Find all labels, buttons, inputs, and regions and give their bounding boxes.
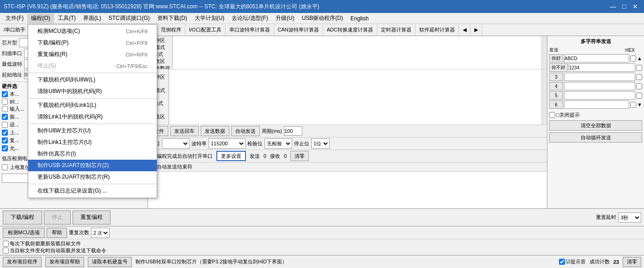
multi-send-input-1[interactable] xyxy=(564,54,629,62)
clear-stat-btn[interactable]: 清零 xyxy=(290,151,309,161)
menu-usb-driver[interactable]: USB驱动程序(D) xyxy=(298,13,347,23)
auto-open-label: 编程完成后自动打开串口 xyxy=(150,153,213,160)
stop-select[interactable]: 1位 xyxy=(311,138,330,149)
maximize-button[interactable]: □ xyxy=(619,1,629,12)
send-data-btn[interactable]: 发送数据 xyxy=(201,126,229,136)
baud-select[interactable]: 115200 xyxy=(209,138,245,149)
menu-program[interactable]: 编程(O) xyxy=(27,13,54,23)
publish-prog-btn[interactable]: 发布项目程序 xyxy=(3,257,42,267)
dropdown-link1-clear[interactable]: 清除Link1中的脱机代码(R) xyxy=(28,111,157,123)
prompt-sound-cb[interactable] xyxy=(559,259,565,265)
hw-cb-osc[interactable] xyxy=(2,114,8,120)
menu-forum[interactable]: 去论坛/选型(F) xyxy=(228,13,272,23)
hw-cb-reset[interactable] xyxy=(2,137,8,143)
hw-cb-set[interactable] xyxy=(2,122,8,128)
close-button[interactable]: ✕ xyxy=(630,1,640,12)
menu-interface[interactable]: 界面(L) xyxy=(80,13,105,23)
watchdog-cb[interactable] xyxy=(2,164,8,170)
dropdown-link1-dl[interactable]: 下载脱机代码到Link1(L) xyxy=(28,100,157,111)
help-btn[interactable]: 帮助 xyxy=(47,228,67,238)
dropdown-make-usb-uart[interactable]: 制作USB-2UART控制芯片(2) xyxy=(28,160,157,171)
download-program-btn[interactable]: 下载/编程 xyxy=(3,211,42,224)
menu-download[interactable]: 资料下载(D) xyxy=(153,13,191,23)
tab-scroll-right[interactable]: ▶ xyxy=(471,24,482,36)
dropdown-reprogram[interactable]: 重复编程(R) Ctrl+R/F6 xyxy=(28,49,157,60)
delay-select[interactable]: 3秒 xyxy=(618,212,641,223)
tab-baud-calc[interactable]: 串口波特率计算器 xyxy=(226,24,274,36)
clear-all-btn[interactable]: 清空全部数据 xyxy=(549,120,642,131)
stop-btn[interactable]: 停止 xyxy=(44,211,71,224)
send-btn-3[interactable]: 3 xyxy=(549,73,563,81)
dropdown-make-u8w[interactable]: 制作U8W主控芯片(U) xyxy=(28,125,157,137)
hw-cb-ir[interactable] xyxy=(2,99,8,105)
log-textarea[interactable] xyxy=(148,172,547,208)
port-select2[interactable] xyxy=(162,138,190,149)
auto-send-btn[interactable]: 自动发送 xyxy=(231,126,260,136)
tab-adc-calc[interactable]: ADC转换速度计算器 xyxy=(323,24,377,36)
auto-load-cb[interactable] xyxy=(3,241,9,247)
multi-send-scroll-1: ▲ xyxy=(637,56,642,61)
dropdown-detect-mcu[interactable]: 检测MCU选项(C) Ctrl+K/F8 xyxy=(28,25,157,37)
menu-file[interactable]: 文件(F) xyxy=(2,13,27,23)
send-btn-6[interactable]: 6 xyxy=(549,100,563,109)
receive-textarea[interactable] xyxy=(172,36,541,69)
dropdown-u8w-clear[interactable]: 清除U8W中的脱机代码(R) xyxy=(28,86,157,97)
send-btn-2[interactable]: 你不好 xyxy=(549,63,568,72)
more-settings-btn[interactable]: 更多设置 xyxy=(216,151,246,161)
menu-upgrade[interactable]: 升级(U) xyxy=(272,13,298,23)
dropdown-log-settings[interactable]: 在线下载日志记录设置(G) ... xyxy=(28,185,157,197)
multi-send-input-2[interactable] xyxy=(569,63,635,72)
send-enter-btn[interactable]: 发送回车 xyxy=(170,126,199,136)
check-mcu-btn[interactable]: 检测MCU选项 xyxy=(3,228,45,238)
send-btn-4[interactable]: 4 xyxy=(549,82,563,90)
tab-serial[interactable]: /串口助手 xyxy=(0,24,30,36)
multi-send-input-6[interactable] xyxy=(564,100,629,109)
multi-send-input-5[interactable] xyxy=(564,91,635,100)
multi-send-input-4[interactable] xyxy=(564,82,635,90)
dropdown-update-usb-uart[interactable]: 更新USB-2UART控制芯片(R) xyxy=(28,171,157,183)
read-machine-btn[interactable]: 读取本机硬盘号 xyxy=(88,257,132,267)
hw-cb-up[interactable] xyxy=(2,130,8,136)
auto-send-cb[interactable] xyxy=(3,248,9,254)
multi-send-hex-6[interactable] xyxy=(630,102,636,108)
receive-scrollbar[interactable] xyxy=(541,36,547,69)
dropdown-u8w-dl[interactable]: 下载脱机代码到U8W(L) xyxy=(28,74,157,86)
menu-english[interactable]: English xyxy=(347,14,372,23)
multi-send-input-3[interactable] xyxy=(564,73,635,81)
tab-io-config[interactable]: I/O口配置工具 xyxy=(185,24,226,36)
multi-send-hex-2[interactable] xyxy=(636,65,642,71)
tab-examples[interactable]: 范例程序 xyxy=(157,24,185,36)
tab-can-baud[interactable]: CAN波特率计算器 xyxy=(274,24,323,36)
dropdown-make-link1[interactable]: 制作Link1主控芯片(U) xyxy=(28,137,157,148)
menu-university[interactable]: 大学计划(U) xyxy=(191,13,228,23)
menu-stc-debug[interactable]: STC调试接口(G) xyxy=(105,13,153,23)
publish-help-btn[interactable]: 发布项目帮助 xyxy=(45,257,84,267)
hw-cb-allow[interactable] xyxy=(2,145,8,151)
count-select[interactable]: 2 次 xyxy=(91,228,110,238)
dropdown-download[interactable]: 下载/编程(P) Ctrl+P/F8 xyxy=(28,37,157,49)
minimize-button[interactable]: — xyxy=(608,1,618,12)
tab-delay-calc[interactable]: 软件延时计算器 xyxy=(416,24,459,36)
hw-cb-input[interactable] xyxy=(2,106,8,112)
send-textarea[interactable] xyxy=(169,69,541,125)
multi-send-hex-3[interactable] xyxy=(636,74,642,80)
auto-loop-send-btn[interactable]: 自动循环发送 xyxy=(549,132,642,143)
period-input[interactable] xyxy=(284,126,302,136)
hw-cb-ir-label: IR... xyxy=(10,99,19,105)
multi-send-hex-4[interactable] xyxy=(636,83,642,89)
send-scrollbar[interactable] xyxy=(541,69,547,125)
close-prompt-cb[interactable] xyxy=(549,112,555,118)
send-btn-5[interactable]: 5 xyxy=(549,91,563,100)
send-btn-1[interactable]: 你好 xyxy=(549,54,563,62)
multi-send-hex-5[interactable] xyxy=(636,93,642,99)
multi-send-hex-1[interactable] xyxy=(630,56,636,62)
parity-select[interactable]: 无检验 xyxy=(264,138,292,149)
menu-tools[interactable]: 工具(T) xyxy=(54,13,80,23)
clear-success-btn[interactable]: 清零 xyxy=(623,257,641,267)
tab-scroll-left[interactable]: ◀ xyxy=(459,24,471,36)
hex-col-label: HEX xyxy=(621,48,635,53)
dropdown-make-sim[interactable]: 制作仿真芯片(I) xyxy=(28,148,157,160)
hw-cb-main[interactable] xyxy=(2,91,8,97)
tab-timer-calc[interactable]: 定时器计算器 xyxy=(377,24,416,36)
reprogram-btn[interactable]: 重复编程 xyxy=(73,211,110,224)
